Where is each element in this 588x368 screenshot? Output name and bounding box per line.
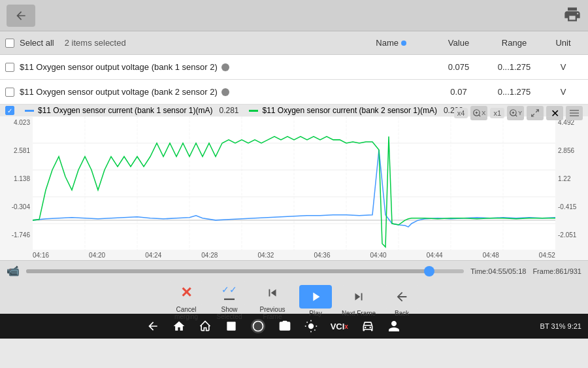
- y-axis-left: 4.023 2.581 1.138 -0.304 -1.746: [0, 116, 33, 250]
- legend-value-1: 0.281: [219, 106, 238, 115]
- svg-point-39: [369, 327, 371, 329]
- frame-label: Frame:861/931: [532, 267, 581, 275]
- y-axis-right: 4.492 2.856 1.22 -0.415 -2.051: [555, 116, 588, 250]
- back-action-button[interactable]: Back: [383, 285, 421, 317]
- row2-name: $11 Oxygen sensor output voltage (bank 2…: [20, 87, 433, 97]
- menu-button[interactable]: [566, 106, 583, 120]
- progress-row: 📹 Time:04:55/05:18 Frame:861/931: [0, 261, 588, 278]
- top-bar: [0, 0, 588, 31]
- taskbar-camera-icon[interactable]: [278, 319, 291, 333]
- taskbar-vci-icon[interactable]: VCIx: [331, 319, 348, 333]
- items-selected-count: 2 items selected: [65, 38, 126, 48]
- progress-bar[interactable]: [26, 269, 464, 273]
- svg-point-30: [253, 322, 263, 331]
- graph-series-checkbox[interactable]: [5, 106, 14, 115]
- svg-point-31: [308, 324, 314, 329]
- taskbar: VCIx BT 31% 9:21: [0, 314, 588, 339]
- table-header: Select all 2 items selected Name Value R…: [0, 31, 588, 55]
- progress-fill: [26, 269, 429, 273]
- play-button[interactable]: Play: [297, 285, 335, 317]
- svg-line-8: [536, 110, 538, 112]
- svg-rect-12: [570, 116, 579, 116]
- bottom-controls: 📹 Time:04:55/05:18 Frame:861/931 ✕ Cance…: [0, 260, 588, 314]
- col-name-header: Name: [376, 38, 406, 48]
- show-selected-button[interactable]: ✓✓ ▬▬ ShowSelected: [210, 281, 248, 320]
- progress-thumb[interactable]: [424, 266, 434, 276]
- row2-unit: V: [544, 87, 583, 97]
- back-action-label: Back: [395, 310, 409, 317]
- name-sort-indicator: [401, 41, 406, 46]
- graph-legend: $11 Oxygen sensor current (bank 1 sensor…: [0, 105, 588, 116]
- x-axis: 04:16 04:20 04:24 04:28 04:32 04:36 04:4…: [0, 250, 588, 260]
- col-range-header: Range: [485, 38, 544, 48]
- chart-body: [33, 116, 555, 250]
- svg-point-38: [365, 327, 367, 329]
- taskbar-circle-icon[interactable]: [251, 319, 265, 333]
- row1-name: $11 Oxygen sensor output voltage (bank 1…: [20, 62, 433, 72]
- legend-color-1: [25, 110, 34, 112]
- legend-label-1: $11 Oxygen sensor current (bank 1 sensor…: [38, 106, 212, 115]
- previous-frame-button[interactable]: PreviousFrame: [253, 281, 291, 320]
- show-selected-label: ShowSelected: [217, 306, 242, 320]
- legend-series2: $11 Oxygen sensor current (bank 2 sensor…: [249, 106, 463, 115]
- taskbar-person-icon[interactable]: [387, 319, 400, 333]
- back-button[interactable]: [7, 5, 35, 27]
- next-frame-button[interactable]: Next Frame: [340, 285, 378, 317]
- svg-line-35: [314, 329, 315, 330]
- taskbar-home-icon[interactable]: [172, 319, 186, 333]
- legend-label-2: $11 Oxygen sensor current (bank 2 sensor…: [262, 106, 436, 115]
- taskbar-brightness-icon[interactable]: [304, 319, 318, 333]
- legend-series1: $11 Oxygen sensor current (bank 1 sensor…: [25, 106, 238, 115]
- table-row: $11 Oxygen sensor output voltage (bank 2…: [0, 80, 588, 105]
- chart-area: 4.023 2.581 1.138 -0.304 -1.746: [0, 116, 588, 250]
- select-all-checkbox[interactable]: [5, 39, 14, 48]
- previous-frame-label: PreviousFrame: [260, 306, 286, 320]
- row1-value: 0.075: [433, 62, 485, 72]
- row1-checkbox[interactable]: [5, 63, 14, 72]
- cancel-merging-button[interactable]: ✕ Cancelmerging: [167, 281, 205, 320]
- row2-range: 0...1.275: [485, 87, 544, 97]
- legend-color-2: [249, 110, 258, 112]
- taskbar-status: BT 31% 9:21: [540, 322, 581, 330]
- taskbar-status-text: BT 31% 9:21: [540, 322, 581, 330]
- row1-indicator: [221, 63, 229, 71]
- table-row: $11 Oxygen sensor output voltage (bank 1…: [0, 55, 588, 80]
- taskbar-home2-icon[interactable]: [199, 319, 212, 333]
- time-label: Time:04:55/05:18: [470, 267, 526, 275]
- col-value-header: Value: [433, 38, 485, 48]
- row2-indicator: [221, 88, 229, 96]
- video-icon: 📹: [7, 265, 20, 277]
- svg-rect-11: [570, 112, 579, 113]
- svg-line-34: [306, 322, 307, 323]
- svg-rect-29: [227, 322, 235, 330]
- taskbar-icons: VCIx: [7, 319, 540, 333]
- row2-value: 0.07: [433, 87, 485, 97]
- row1-unit: V: [544, 62, 583, 72]
- taskbar-back-icon[interactable]: [146, 319, 159, 333]
- taskbar-square-icon[interactable]: [225, 319, 238, 333]
- cancel-merging-label: Cancelmerging: [174, 306, 198, 320]
- select-all-label: Select all: [20, 38, 54, 48]
- taskbar-car-icon[interactable]: [361, 319, 374, 333]
- svg-rect-10: [570, 110, 579, 110]
- row1-range: 0...1.275: [485, 62, 544, 72]
- print-button[interactable]: [563, 5, 581, 26]
- play-label: Play: [309, 310, 321, 317]
- col-unit-header: Unit: [544, 38, 583, 48]
- next-frame-label: Next Frame: [342, 310, 376, 317]
- row2-checkbox[interactable]: [5, 88, 14, 97]
